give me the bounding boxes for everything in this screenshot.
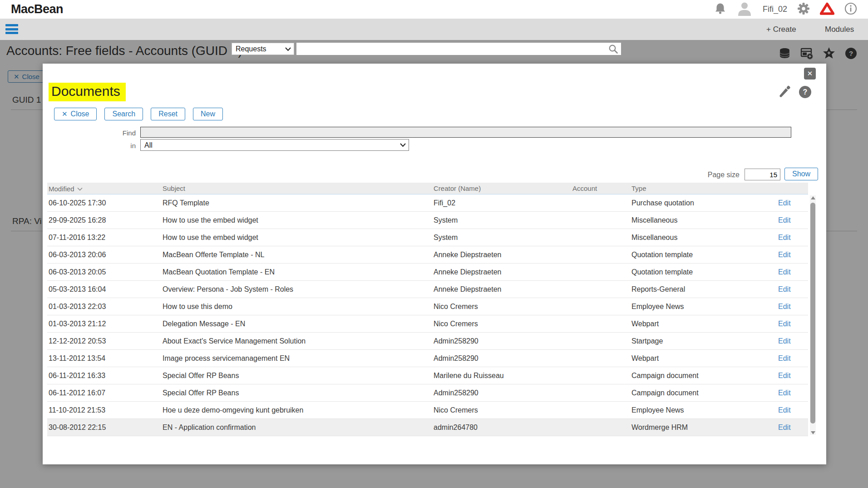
modal-toolbar: ✕ Close Search Reset New — [54, 108, 223, 120]
edit-link[interactable]: Edit — [778, 199, 791, 207]
show-button[interactable]: Show — [784, 168, 818, 180]
global-search-input[interactable] — [296, 43, 621, 55]
cell-creator: Anneke Diepstraeten — [432, 251, 571, 259]
user-avatar-icon[interactable] — [736, 0, 753, 19]
scrollbar-thumb[interactable] — [810, 203, 815, 423]
cell-creator: Admin258290 — [432, 337, 571, 345]
edit-link[interactable]: Edit — [778, 216, 791, 224]
cell-modified: 06-03-2013 20:05 — [47, 268, 161, 276]
edit-link[interactable]: Edit — [778, 372, 791, 379]
table-row: 01-03-2013 21:12 Delegation Message - EN… — [47, 315, 808, 333]
cell-modified: 06-11-2012 16:07 — [47, 389, 161, 397]
table-row: 12-12-2012 20:53 About Exact's Service M… — [47, 333, 808, 350]
find-label: Find — [93, 129, 136, 137]
edit-link[interactable]: Edit — [778, 268, 791, 276]
find-input[interactable] — [140, 127, 791, 138]
cell-subject: How to use the embed widget — [161, 234, 432, 242]
table-row: 30-08-2012 22:15 EN - Application confir… — [47, 419, 808, 436]
column-header-creator[interactable]: Creator (Name) — [432, 184, 571, 192]
cell-modified: 30-08-2012 22:15 — [47, 423, 161, 432]
modal-help-icon[interactable]: ? — [799, 86, 811, 98]
new-button[interactable]: New — [193, 108, 223, 120]
cell-type: Quotation template — [630, 268, 777, 276]
cell-type: Purchase quotation — [630, 199, 777, 207]
table-row: 29-09-2025 16:28 How to use the embed wi… — [47, 212, 808, 229]
table-row: 06-10-2025 17:30 RFQ Template Fifi_02 Pu… — [47, 194, 808, 212]
scroll-up-icon[interactable] — [810, 195, 816, 200]
page-size-input[interactable] — [745, 169, 780, 180]
cell-creator: System — [432, 216, 571, 224]
in-select[interactable]: All — [140, 139, 409, 151]
cell-subject: Delegation Message - EN — [161, 320, 432, 328]
cell-creator: Anneke Diepstraeten — [432, 268, 571, 276]
cell-creator: Nico Cremers — [432, 406, 571, 414]
nav-bar: Requests + Create Modules — [0, 19, 868, 40]
cell-modified: 06-11-2012 16:33 — [47, 372, 161, 380]
search-category-select[interactable]: Requests — [232, 43, 294, 55]
cell-creator: admin264780 — [432, 423, 571, 432]
username-label[interactable]: Fifi_02 — [763, 5, 787, 14]
edit-link[interactable]: Edit — [778, 406, 791, 414]
edit-link[interactable]: Edit — [778, 234, 791, 241]
cell-subject: Overview: Persona - Job System - Roles — [161, 285, 432, 294]
cell-type: Campaign document — [630, 372, 777, 380]
edit-link[interactable]: Edit — [778, 354, 791, 362]
column-header-modified[interactable]: Modified — [47, 184, 161, 193]
cell-subject: Hoe u deze demo-omgeving kunt gebruiken — [161, 406, 432, 414]
settings-gear-icon[interactable] — [797, 2, 810, 17]
close-x-icon: ✕ — [62, 110, 68, 118]
table-row: 07-11-2016 13:22 How to use the embed wi… — [47, 229, 808, 246]
in-select-control[interactable]: All — [141, 139, 409, 150]
cell-modified: 29-09-2025 16:28 — [47, 216, 161, 224]
cell-modified: 01-03-2013 22:03 — [47, 303, 161, 311]
table-scrollbar[interactable] — [810, 195, 816, 435]
modal-close-button[interactable]: ✕ — [804, 68, 816, 80]
documents-table: Modified Subject Creator (Name) Account … — [47, 183, 808, 436]
scroll-down-icon[interactable] — [810, 430, 816, 435]
edit-link[interactable]: Edit — [778, 337, 791, 345]
customize-wrench-icon[interactable] — [778, 85, 792, 98]
edit-link[interactable]: Edit — [778, 303, 791, 310]
create-button[interactable]: + Create — [766, 19, 796, 40]
column-header-subject[interactable]: Subject — [161, 184, 432, 192]
edit-link[interactable]: Edit — [778, 423, 791, 431]
edit-link[interactable]: Edit — [778, 251, 791, 259]
cell-subject: Special Offer RP Beans — [161, 389, 432, 397]
table-row: 06-03-2013 20:05 MacBean Quotation Templ… — [47, 264, 808, 281]
modules-button[interactable]: Modules — [825, 19, 854, 40]
table-row: 01-03-2013 22:03 How to use this demo Ni… — [47, 298, 808, 315]
close-button[interactable]: ✕ Close — [54, 108, 97, 120]
cell-creator: Anneke Diepstraeten — [432, 285, 571, 294]
topbar-actions: Fifi_02 — [714, 0, 868, 19]
top-bar: MacBean Fifi_02 — [0, 0, 868, 19]
search-category-select-control[interactable]: Requests — [232, 43, 294, 55]
reset-button[interactable]: Reset — [151, 108, 185, 120]
table-header-row: Modified Subject Creator (Name) Account … — [47, 183, 808, 194]
cell-type: Startpage — [630, 337, 777, 345]
brand-triangle-icon — [820, 2, 834, 17]
cell-modified: 11-10-2012 21:53 — [47, 406, 161, 414]
edit-link[interactable]: Edit — [778, 285, 791, 293]
cell-subject: RFQ Template — [161, 199, 432, 207]
search-icon[interactable] — [608, 44, 618, 54]
column-header-account[interactable]: Account — [571, 184, 630, 192]
cell-subject: About Exact's Service Management Solutio… — [161, 337, 432, 345]
search-button[interactable]: Search — [104, 108, 143, 120]
column-header-type[interactable]: Type — [630, 184, 777, 192]
cell-type: Quotation template — [630, 251, 777, 259]
edit-link[interactable]: Edit — [778, 389, 791, 397]
page-size-label: Page size — [669, 171, 740, 179]
notifications-bell-icon[interactable] — [714, 2, 726, 16]
table-row: 06-11-2012 16:07 Special Offer RP Beans … — [47, 384, 808, 402]
info-icon[interactable] — [844, 2, 857, 17]
cell-subject: How to use this demo — [161, 303, 432, 311]
cell-type: Webpart — [630, 320, 777, 328]
documents-modal: ✕ Documents ? ✕ Close Search Reset New F… — [43, 64, 826, 464]
cell-creator: System — [432, 234, 571, 242]
table-row: 13-11-2012 13:54 Image process servicema… — [47, 350, 808, 367]
table-row: 05-03-2013 16:04 Overview: Persona - Job… — [47, 281, 808, 298]
menu-hamburger-icon[interactable] — [5, 24, 18, 34]
cell-creator: Nico Cremers — [432, 320, 571, 328]
cell-type: Reports-General — [630, 285, 777, 294]
edit-link[interactable]: Edit — [778, 320, 791, 328]
